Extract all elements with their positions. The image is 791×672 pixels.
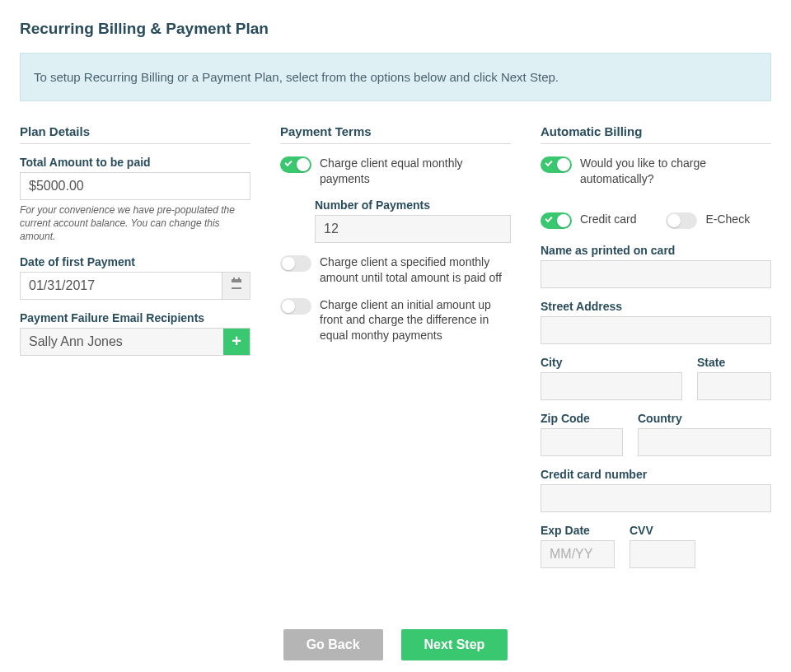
first-payment-date-input[interactable] xyxy=(20,272,250,300)
add-recipient-button[interactable]: + xyxy=(223,329,250,355)
echeck-toggle[interactable] xyxy=(666,212,697,229)
info-banner: To setup Recurring Billing or a Payment … xyxy=(20,53,771,101)
zip-input[interactable] xyxy=(541,428,623,456)
calendar-button[interactable] xyxy=(222,273,250,299)
equal-monthly-label: Charge client equal monthly payments xyxy=(320,156,511,187)
exp-date-label: Exp Date xyxy=(541,524,615,537)
cvv-label: CVV xyxy=(630,524,695,537)
zip-label: Zip Code xyxy=(541,412,623,425)
initial-upfront-toggle[interactable] xyxy=(280,298,311,315)
number-of-payments-label: Number of Payments xyxy=(315,198,511,212)
cvv-input[interactable] xyxy=(630,540,695,568)
country-input[interactable] xyxy=(638,428,771,456)
total-amount-hint: For your convenience we have pre-populat… xyxy=(20,203,250,244)
street-address-label: Street Address xyxy=(541,300,771,313)
equal-monthly-toggle[interactable] xyxy=(280,156,311,173)
next-step-button[interactable]: Next Step xyxy=(401,629,508,660)
city-label: City xyxy=(541,356,682,369)
payment-terms-heading: Payment Terms xyxy=(280,124,511,144)
cc-number-input[interactable] xyxy=(541,484,771,512)
plus-icon: + xyxy=(232,332,241,351)
automatic-billing-heading: Automatic Billing xyxy=(541,124,771,144)
cc-number-label: Credit card number xyxy=(541,468,771,481)
card-name-input[interactable] xyxy=(541,260,771,288)
specified-monthly-toggle[interactable] xyxy=(280,255,311,272)
state-label: State xyxy=(697,356,771,369)
card-name-label: Name as printed on card xyxy=(541,244,771,257)
failure-recipient-input[interactable] xyxy=(20,328,250,356)
exp-date-input[interactable] xyxy=(541,540,615,568)
country-label: Country xyxy=(638,412,771,425)
credit-card-toggle[interactable] xyxy=(541,212,572,229)
plan-details-column: Plan Details Total Amount to be paid For… xyxy=(20,124,250,580)
state-input[interactable] xyxy=(697,372,771,400)
street-address-input[interactable] xyxy=(541,316,771,344)
auto-charge-label: Would you like to charge automatically? xyxy=(580,156,771,187)
payment-terms-column: Payment Terms Charge client equal monthl… xyxy=(280,124,511,580)
echeck-label: E-Check xyxy=(705,212,750,227)
auto-charge-toggle[interactable] xyxy=(541,156,572,173)
failure-recipients-label: Payment Failure Email Recipients xyxy=(20,311,250,324)
calendar-icon xyxy=(230,278,243,294)
city-input[interactable] xyxy=(541,372,682,400)
automatic-billing-column: Automatic Billing Would you like to char… xyxy=(541,124,771,580)
go-back-button[interactable]: Go Back xyxy=(283,629,383,660)
credit-card-label: Credit card xyxy=(580,212,636,227)
number-of-payments-input[interactable] xyxy=(315,215,511,243)
total-amount-input[interactable] xyxy=(20,172,250,200)
specified-monthly-label: Charge client a specified monthly amount… xyxy=(320,254,511,286)
page-title: Recurring Billing & Payment Plan xyxy=(20,20,771,38)
plan-details-heading: Plan Details xyxy=(20,124,250,144)
first-payment-date-label: Date of first Payment xyxy=(20,255,250,268)
total-amount-label: Total Amount to be paid xyxy=(20,156,250,169)
initial-upfront-label: Charge client an initial amount up front… xyxy=(320,297,511,344)
